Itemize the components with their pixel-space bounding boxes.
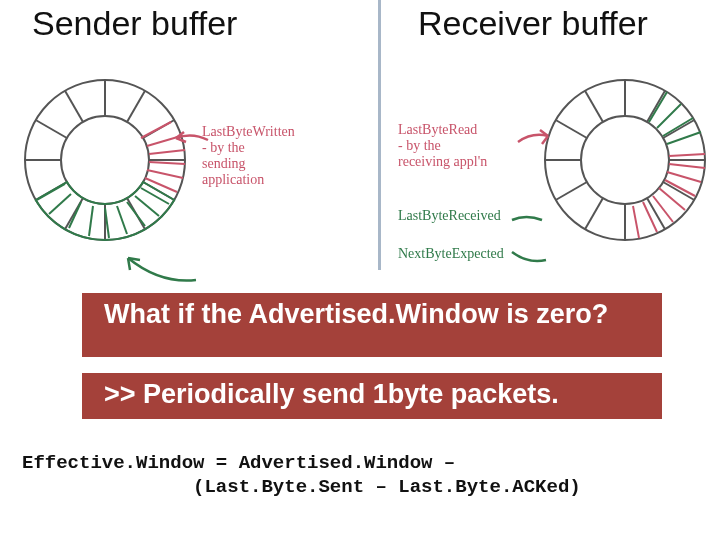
answer-text: >> Periodically send 1byte packets. xyxy=(104,379,559,409)
svg-line-53 xyxy=(657,104,681,128)
svg-line-15 xyxy=(141,188,169,204)
receiver-ring xyxy=(530,60,720,264)
svg-point-31 xyxy=(581,116,669,204)
svg-line-16 xyxy=(135,196,159,216)
sender-buffer-heading: Sender buffer xyxy=(32,4,237,43)
svg-line-46 xyxy=(667,172,701,182)
effective-window-formula: Effective.Window = Advertised.Window – (… xyxy=(22,452,581,500)
handwritten-arrow-icon xyxy=(510,246,550,270)
svg-line-43 xyxy=(585,91,603,122)
formula-line1: Effective.Window = Advertised.Window – xyxy=(22,452,455,474)
svg-line-12 xyxy=(36,120,67,138)
svg-line-36 xyxy=(663,182,694,200)
svg-line-37 xyxy=(647,198,665,229)
diagrams-area: LastByteWritten - by the sending applica… xyxy=(0,60,720,280)
annotation-last-byte-written: LastByteWritten - by the sending applica… xyxy=(202,124,372,188)
heading-row: Sender buffer Receiver buffer xyxy=(0,4,720,52)
svg-line-54 xyxy=(663,118,693,136)
svg-line-50 xyxy=(643,202,657,232)
question-box: What if the Advertised.Window is zero? xyxy=(82,293,662,357)
receiver-buffer-heading: Receiver buffer xyxy=(418,4,648,43)
svg-line-33 xyxy=(647,91,665,122)
segmented-ring-icon xyxy=(10,60,200,260)
segmented-ring-icon xyxy=(530,60,720,260)
annotation-next-byte-expected: NextByteExpected xyxy=(398,246,528,262)
svg-line-45 xyxy=(669,164,705,168)
svg-line-13 xyxy=(65,91,83,122)
svg-line-23 xyxy=(37,184,65,200)
svg-line-22 xyxy=(49,194,71,214)
formula-line2: (Last.Byte.Sent – Last.Byte.ACKed) xyxy=(22,476,581,498)
svg-line-39 xyxy=(585,198,603,229)
annotation-last-byte-received: LastByteReceived xyxy=(398,208,528,224)
svg-line-29 xyxy=(141,122,171,138)
svg-line-42 xyxy=(556,120,587,138)
handwritten-arrow-icon xyxy=(120,250,200,286)
question-text: What if the Advertised.Window is zero? xyxy=(104,299,608,329)
handwritten-arrow-icon xyxy=(170,126,210,152)
svg-line-26 xyxy=(149,162,185,164)
svg-line-18 xyxy=(117,206,127,234)
svg-line-21 xyxy=(69,202,81,228)
svg-line-49 xyxy=(653,196,673,222)
sender-ring xyxy=(10,60,200,264)
svg-line-3 xyxy=(127,91,145,122)
annotation-last-byte-read: LastByteRead - by the receiving appl'n xyxy=(398,122,528,170)
svg-line-51 xyxy=(633,206,639,238)
handwritten-arrow-icon xyxy=(510,210,546,232)
svg-line-27 xyxy=(147,170,183,178)
svg-line-47 xyxy=(665,180,695,196)
handwritten-arrow-icon xyxy=(516,128,552,152)
answer-box: >> Periodically send 1byte packets. xyxy=(82,373,662,419)
svg-line-40 xyxy=(556,182,587,200)
svg-line-52 xyxy=(649,92,667,122)
svg-line-44 xyxy=(669,154,705,156)
svg-line-20 xyxy=(89,206,93,236)
svg-line-17 xyxy=(127,202,145,226)
